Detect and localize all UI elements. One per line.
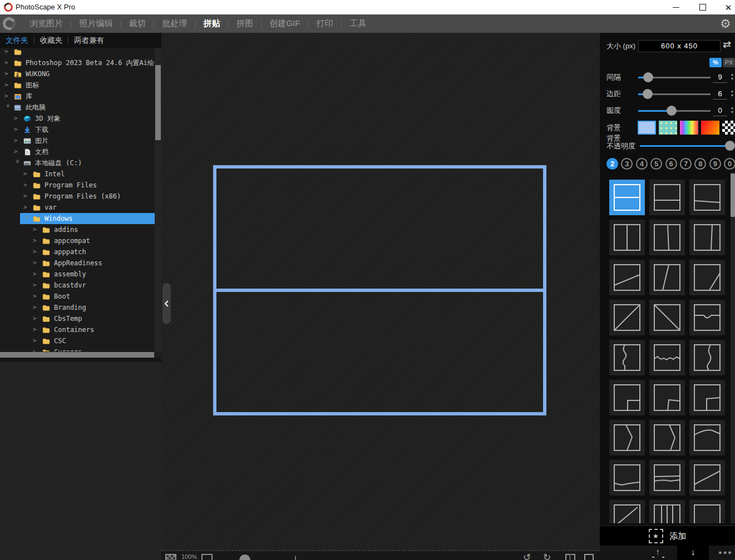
bg-opacity-slider-track[interactable] [640, 145, 732, 147]
tree-item-Photoshop 2023 Beta 24.6 内置Ai绘图功能[interactable]: >Photoshop 2023 Beta 24.6 内置Ai绘图功能 [0, 57, 155, 68]
tree-item-bcastdvr[interactable]: >bcastdvr [0, 280, 155, 291]
tree-item-partial[interactable]: > [0, 48, 155, 57]
close-button[interactable]: ✕ [719, 0, 735, 14]
tree-item-下载[interactable]: >下载 [0, 124, 155, 135]
tree-item-3D 对象[interactable]: >3D 对象 [0, 113, 155, 124]
template-corner-box[interactable] [609, 380, 645, 415]
redo-icon[interactable]: ↻ [543, 552, 551, 560]
spacing-slider-track[interactable] [638, 77, 711, 78]
original-view-icon[interactable] [584, 554, 594, 560]
tree-item-文档[interactable]: >文档 [0, 146, 155, 157]
chevron-collapsed-icon[interactable]: > [23, 204, 30, 211]
menu-item-裁切[interactable]: 裁切 [122, 18, 153, 29]
template-diag-corner[interactable] [689, 260, 725, 295]
tree-item-appcompat[interactable]: >appcompat [0, 235, 155, 246]
tree-item-Program Files[interactable]: >Program Files [0, 180, 155, 191]
chevron-collapsed-icon[interactable]: > [4, 70, 11, 78]
template-chevron-right-2[interactable] [649, 420, 685, 455]
template-v-zigzag[interactable] [609, 340, 645, 375]
template-chevron-right[interactable] [609, 420, 645, 455]
download-save-button[interactable]: ↓ [677, 546, 709, 560]
menu-item-照片编辑[interactable]: 照片编辑 [72, 18, 120, 29]
tree-item-本地磁盘 (C:)[interactable]: >本地磁盘 (C:) [0, 157, 155, 169]
collage-cell-top[interactable] [216, 169, 543, 289]
transparency-background-icon[interactable] [165, 554, 176, 560]
tree-item-Program Files (x86)[interactable]: >Program Files (x86) [0, 191, 155, 202]
photo-count-5[interactable]: 5 [650, 158, 662, 170]
tab-收藏夹[interactable]: 收藏夹 [34, 36, 68, 46]
fit-to-screen-icon[interactable] [201, 554, 213, 560]
template-scroll-thumb[interactable] [731, 174, 735, 217]
tree-item-addins[interactable]: >addins [0, 224, 155, 235]
chevron-collapsed-icon[interactable]: > [33, 281, 40, 289]
tree-item-Boot[interactable]: >Boot [0, 291, 155, 302]
tree-item-Windows[interactable]: >Windows [0, 213, 155, 224]
tab-文件夹[interactable]: 文件夹 [0, 36, 34, 46]
template-v-wave[interactable] [689, 340, 725, 375]
template-split-h-50[interactable] [609, 180, 645, 215]
chevron-collapsed-icon[interactable]: > [14, 148, 21, 156]
upload-icon[interactable]: ↑ [655, 547, 660, 557]
tree-horizontal-scroll-thumb[interactable] [0, 352, 154, 358]
template-h-wave[interactable] [649, 340, 685, 375]
tree-item-CbsTemp[interactable]: >CbsTemp [0, 313, 155, 324]
photo-count-0[interactable]: 0 [724, 158, 735, 170]
collapse-panel-handle[interactable] [162, 283, 171, 324]
chevron-expanded-icon[interactable]: > [23, 215, 31, 222]
chevron-collapsed-icon[interactable]: > [33, 315, 40, 323]
template-diag-shallow[interactable] [609, 260, 645, 295]
tree-item-apppatch[interactable]: >apppatch [0, 246, 155, 257]
chevron-expanded-icon[interactable]: > [13, 160, 21, 166]
menu-item-批处理[interactable]: 批处理 [155, 18, 194, 29]
menu-item-创建GIF[interactable]: 创建GIF [262, 18, 307, 29]
bg-opacity-slider-thumb[interactable] [725, 141, 735, 151]
photo-count-9[interactable]: 9 [709, 158, 721, 170]
chevron-collapsed-icon[interactable]: > [33, 270, 40, 278]
template-diag-up-partial[interactable] [689, 460, 725, 495]
menu-item-打印[interactable]: 打印 [309, 18, 341, 29]
menu-item-浏览图片[interactable]: 浏览图片 [22, 18, 70, 29]
template-corner-box-slant[interactable] [649, 380, 685, 415]
spacing-value[interactable]: 9 [713, 72, 727, 83]
photo-count-4[interactable]: 4 [636, 158, 648, 170]
template-double-h[interactable] [649, 460, 685, 495]
minimize-button[interactable] [667, 0, 685, 14]
chevron-collapsed-icon[interactable]: > [4, 81, 11, 89]
compare-split-icon[interactable] [565, 554, 575, 560]
template-split-v-quad[interactable] [649, 500, 685, 523]
tree-item-var[interactable]: >var [0, 202, 155, 213]
chevron-collapsed-icon[interactable]: > [4, 92, 11, 100]
menu-item-拼贴[interactable]: 拼贴 [196, 18, 228, 29]
tree-vertical-scroll-thumb[interactable] [155, 65, 161, 140]
size-input[interactable]: 600 x 450 [638, 40, 721, 52]
tree-item-WUKONG[interactable]: >WUKONG [0, 68, 155, 80]
menu-item-工具[interactable]: 工具 [342, 18, 373, 29]
undo-icon[interactable]: ↺ [523, 552, 531, 560]
margin-slider-thumb[interactable] [643, 89, 653, 99]
roundness-stepper[interactable]: ▲▼ [729, 106, 735, 115]
template-h-notch[interactable] [689, 300, 725, 335]
margin-stepper[interactable]: ▲▼ [729, 89, 735, 98]
template-split-h-low-slant[interactable] [689, 180, 725, 215]
unit-percent-button[interactable]: % [709, 58, 722, 67]
swap-dimensions-icon[interactable]: ⇄ [723, 38, 731, 51]
tree-item-Branding[interactable]: >Branding [0, 302, 155, 313]
template-scrollbar[interactable] [731, 172, 735, 523]
chevron-collapsed-icon[interactable]: > [4, 59, 11, 67]
spacing-slider-thumb[interactable] [643, 72, 653, 82]
maximize-button[interactable] [693, 0, 712, 14]
margin-value[interactable]: 6 [713, 88, 727, 100]
tree-vertical-scrollbar[interactable] [155, 48, 161, 351]
collage-cell-bottom[interactable] [216, 292, 543, 412]
chevron-collapsed-icon[interactable]: > [33, 237, 40, 245]
tab-两者兼有[interactable]: 两者兼有 [68, 36, 110, 46]
template-top-curve[interactable] [689, 420, 725, 455]
more-options-icon[interactable]: ●●● [718, 549, 733, 556]
bg-swatch-checkerboard-transparent[interactable] [722, 121, 735, 135]
chevron-collapsed-icon[interactable]: > [14, 126, 21, 133]
template-split-v-50[interactable] [609, 220, 645, 255]
template-split-v-70[interactable] [689, 220, 725, 255]
spacing-stepper[interactable]: ▲▼ [729, 72, 735, 81]
roundness-slider-thumb[interactable] [667, 106, 677, 116]
tree-item-此电脑[interactable]: >此电脑 [0, 102, 155, 113]
